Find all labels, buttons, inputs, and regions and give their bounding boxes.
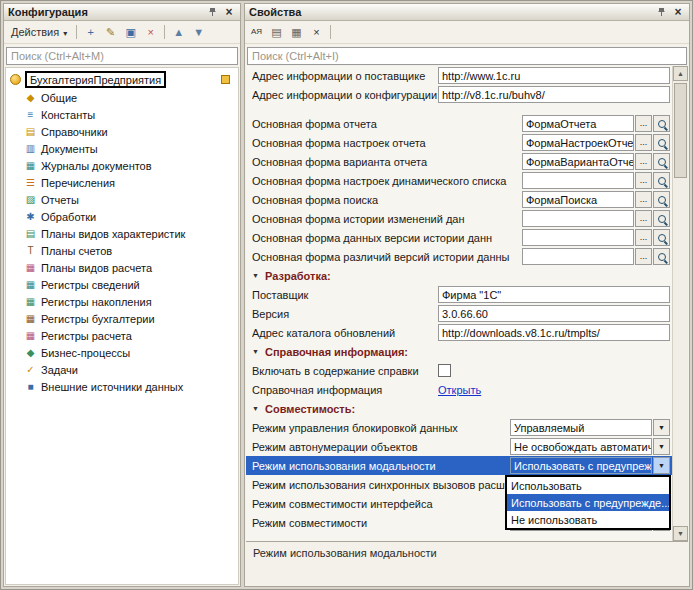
property-row[interactable]: Режим использования модальностиИспользов… [246,456,672,475]
tree-item[interactable]: ▥Документы [6,140,238,157]
property-row[interactable]: Режим автонумерации объектовНе освобожда… [246,437,672,456]
close-icon[interactable] [671,6,685,19]
actions-menu-button[interactable]: Действия [6,23,72,42]
properties-search-input[interactable] [247,47,687,65]
scrollbar-thumb[interactable] [674,83,687,178]
ellipsis-button[interactable]: ... [635,115,652,132]
property-row[interactable]: Основная форма отчетаФормаОтчета... [246,114,672,133]
property-row[interactable]: Адрес каталога обновленийhttp://download… [246,323,672,342]
categories-tabs-button[interactable]: ▤ [267,23,286,42]
property-row[interactable]: Основная форма истории изменений дан... [246,209,672,228]
property-row[interactable]: Основная форма различий версий истории д… [246,247,672,266]
tree-item[interactable]: ✓Задачи [6,361,238,378]
tree-item[interactable]: ▦Планы видов расчета [6,259,238,276]
clear-filter-button[interactable]: × [307,23,326,42]
text-field[interactable]: http://v8.1c.ru/buhv8/ [438,86,670,103]
property-row[interactable]: Адрес информации о поставщикеhttp://www.… [246,66,672,85]
pin-icon[interactable] [654,6,668,19]
form-field[interactable]: ФормаНастроекОтчет [522,134,634,151]
text-field[interactable]: Фирма "1С" [438,286,670,303]
tree-item[interactable]: ☰Перечисления [6,174,238,191]
tree-item[interactable]: ▦Регистры сведений [6,276,238,293]
form-field[interactable] [522,229,634,246]
open-loupe-button[interactable] [653,191,670,208]
text-field[interactable]: http://downloads.v8.1c.ru/tmplts/ [438,324,670,341]
open-link[interactable]: Открыть [438,384,481,396]
property-row[interactable]: Основная форма настроек отчетаФормаНастр… [246,133,672,152]
section-row[interactable]: ▼Разработка: [246,266,672,285]
tree-item[interactable]: ■Внешние источники данных [6,378,238,395]
tree-item[interactable]: ▦Журналы документов [6,157,238,174]
add-button[interactable]: + [81,23,100,42]
text-field[interactable]: 3.0.66.60 [438,305,670,322]
form-field[interactable]: ФормаВариантаОтчет [522,153,634,170]
move-down-button[interactable]: ▼ [189,23,208,42]
property-row[interactable]: Основная форма варианта отчетаФормаВариа… [246,152,672,171]
form-field[interactable] [522,248,634,265]
open-loupe-button[interactable] [653,210,670,227]
scroll-down-icon[interactable]: ▼ [673,526,688,541]
edit-pencil-button[interactable]: ✎ [101,23,120,42]
copy-button[interactable]: ▣ [121,23,140,42]
scroll-up-icon[interactable]: ▲ [673,66,688,81]
sort-order-button[interactable]: АЯ [247,23,266,42]
combo-field[interactable]: Управляемый [510,419,652,436]
text-field[interactable]: http://www.1c.ru [438,67,670,84]
ellipsis-button[interactable]: ... [635,172,652,189]
tree-item[interactable]: ▤Планы видов характеристик [6,225,238,242]
section-row[interactable]: ▼Справочная информация: [246,342,672,361]
combo-field[interactable]: Не освобождать автоматичес [510,438,652,455]
open-loupe-button[interactable] [653,229,670,246]
tree-item[interactable]: ✱Обработки [6,208,238,225]
checkbox[interactable] [438,364,451,377]
tree-item[interactable]: ◆Общие [6,89,238,106]
tree-item[interactable]: ▦Регистры накопления [6,293,238,310]
move-up-button[interactable]: ▲ [169,23,188,42]
ellipsis-button[interactable]: ... [635,210,652,227]
dropdown-item[interactable]: Использовать [507,477,669,494]
tree-item[interactable]: ≡Константы [6,106,238,123]
dropdown-item[interactable]: Использовать с предупрежде... [507,494,669,511]
delete-button[interactable]: × [141,23,160,42]
tree-item[interactable]: ▤Справочники [6,123,238,140]
open-loupe-button[interactable] [653,172,670,189]
ellipsis-button[interactable]: ... [635,191,652,208]
property-row[interactable]: Включать в содержание справки [246,361,672,380]
open-loupe-button[interactable] [653,248,670,265]
property-row[interactable]: Адрес информации о конфигурацииhttp://v8… [246,85,672,104]
vertical-scrollbar[interactable]: ▲ ▼ [672,66,688,541]
ellipsis-button[interactable]: ... [635,153,652,170]
dropdown-item[interactable]: Не использовать [507,511,669,528]
tree-root-item[interactable]: БухгалтерияПредприятия [6,70,238,89]
form-field[interactable]: ФормаПоиска [522,191,634,208]
ellipsis-button[interactable]: ... [635,248,652,265]
property-row[interactable]: Версия3.0.66.60 [246,304,672,323]
tree-item[interactable]: ТПланы счетов [6,242,238,259]
ellipsis-button[interactable]: ... [635,229,652,246]
tree-item[interactable]: ◆Бизнес-процессы [6,344,238,361]
property-row[interactable]: Основная форма настроек динамического сп… [246,171,672,190]
important-properties-button[interactable]: ▦ [287,23,306,42]
ellipsis-button[interactable]: ... [635,134,652,151]
form-field[interactable] [522,210,634,227]
tree-item[interactable]: ▦Регистры бухгалтерии [6,310,238,327]
open-loupe-button[interactable] [653,153,670,170]
property-row[interactable]: Основная форма данных версии истории дан… [246,228,672,247]
open-loupe-button[interactable] [653,134,670,151]
pin-icon[interactable] [205,6,219,19]
open-loupe-button[interactable] [653,115,670,132]
section-row[interactable]: ▼Совместимость: [246,399,672,418]
tree-search-input[interactable] [6,47,238,65]
combo-field[interactable]: Использовать с предупрежд [510,457,652,474]
property-row[interactable]: Режим управления блокировкой данныхУправ… [246,418,672,437]
property-row[interactable]: Основная форма поискаФормаПоиска... [246,190,672,209]
property-row[interactable]: ПоставщикФирма "1С" [246,285,672,304]
tree-item[interactable]: ▨Отчеты [6,191,238,208]
property-row[interactable]: Справочная информацияОткрыть [246,380,672,399]
form-field[interactable] [522,172,634,189]
form-field[interactable]: ФормаОтчета [522,115,634,132]
combo-arrow-button[interactable]: ▼ [653,419,670,436]
tree-item[interactable]: ▦Регистры расчета [6,327,238,344]
combo-arrow-button[interactable]: ▼ [653,457,670,474]
combo-arrow-button[interactable]: ▼ [653,438,670,455]
